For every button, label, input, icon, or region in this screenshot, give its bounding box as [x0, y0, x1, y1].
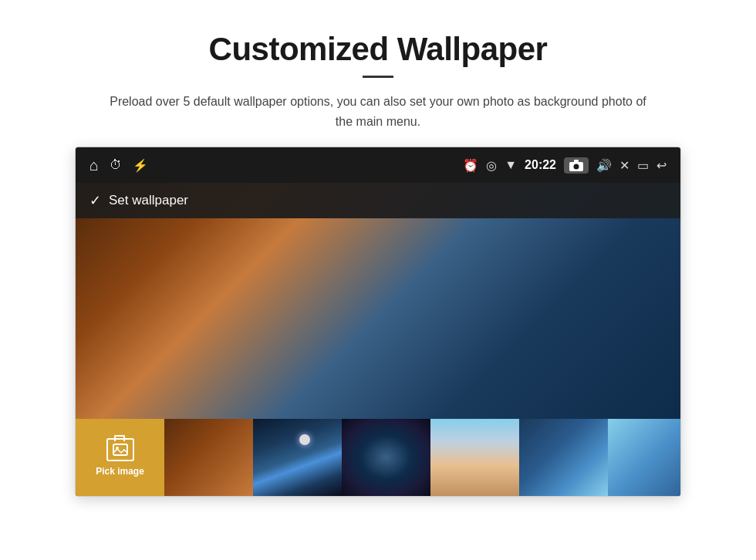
status-bar-left: ⌂ ⏱ ⚡: [89, 157, 148, 174]
set-wallpaper-label: Set wallpaper: [109, 193, 188, 208]
wallpaper-thumb-4[interactable]: [342, 419, 430, 496]
svg-rect-3: [113, 444, 127, 455]
window-icon[interactable]: ▭: [637, 158, 649, 173]
camera-icon[interactable]: [564, 157, 589, 174]
status-time: 20:22: [525, 158, 556, 172]
pick-image-label: Pick image: [96, 466, 144, 477]
wallpaper-thumb-6[interactable]: [519, 419, 608, 496]
alarm-icon: ⏰: [463, 158, 478, 173]
thumbnail-row: Pick image: [76, 419, 680, 496]
usb-icon: ⚡: [133, 158, 148, 173]
wallpaper-preview: [76, 218, 680, 419]
wallpaper-thumb-2[interactable]: [164, 419, 253, 496]
status-bar: ⌂ ⏱ ⚡ ⏰ ◎ ▼ 20:22 🔊 ✕ ▭ ↩: [76, 147, 680, 183]
location-icon: ◎: [486, 158, 497, 173]
close-icon[interactable]: ✕: [619, 158, 629, 173]
wifi-icon: ▼: [505, 158, 517, 172]
set-wallpaper-bar: ✓ Set wallpaper: [76, 183, 680, 218]
checkmark-icon: ✓: [89, 192, 101, 209]
svg-point-1: [574, 164, 579, 169]
pick-image-thumb[interactable]: Pick image: [76, 419, 164, 496]
wallpaper-thumb-5[interactable]: [430, 419, 519, 496]
status-bar-right: ⏰ ◎ ▼ 20:22 🔊 ✕ ▭ ↩: [463, 157, 667, 174]
svg-rect-2: [574, 160, 579, 163]
volume-icon[interactable]: 🔊: [596, 158, 612, 173]
pick-image-icon: [106, 438, 134, 461]
clock-icon: ⏱: [110, 158, 122, 172]
wallpaper-thumb-7[interactable]: [608, 419, 680, 496]
page-title: Customized Wallpaper: [209, 31, 548, 68]
home-icon[interactable]: ⌂: [89, 157, 99, 174]
page-subtitle: Preload over 5 default wallpaper options…: [100, 92, 656, 131]
content-area: ✓ Set wallpaper Pick image: [76, 183, 680, 496]
wallpaper-thumb-3[interactable]: [253, 419, 342, 496]
android-screen: ⌂ ⏱ ⚡ ⏰ ◎ ▼ 20:22 🔊 ✕ ▭ ↩ ✓: [75, 147, 681, 497]
title-divider: [363, 76, 393, 78]
back-icon[interactable]: ↩: [656, 158, 667, 173]
